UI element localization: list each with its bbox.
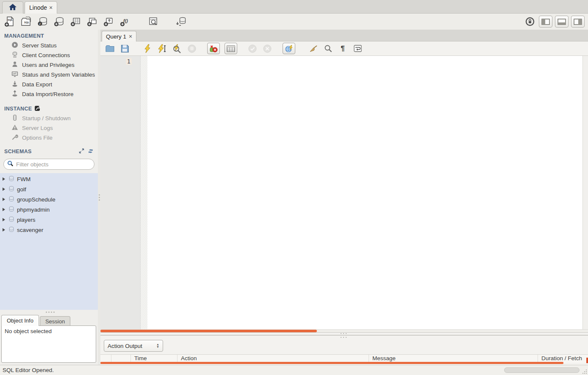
schema-tree[interactable]: FWM golf groupSchedule phpmyadmin player bbox=[0, 173, 98, 310]
schema-row-phpmyadmin[interactable]: phpmyadmin bbox=[0, 204, 98, 215]
statusbar-scrollbar[interactable] bbox=[504, 367, 580, 373]
create-function-icon: f() bbox=[120, 16, 131, 27]
home-icon bbox=[8, 3, 17, 12]
schema-row-scavenger[interactable]: scavenger bbox=[0, 225, 98, 235]
explain-button[interactable] bbox=[172, 44, 182, 54]
resize-grip[interactable] bbox=[581, 368, 587, 374]
svg-text:f(): f() bbox=[123, 18, 128, 23]
sidebar-item-users-privileges[interactable]: Users and Privileges bbox=[0, 60, 98, 70]
main-toolbar-left: SQL SQL i bbox=[0, 15, 188, 28]
tab-query-1[interactable]: Query 1 × bbox=[102, 31, 136, 41]
create-schema-button[interactable] bbox=[53, 15, 66, 28]
status-variables-icon bbox=[11, 71, 18, 79]
tab-object-info[interactable]: Object Info bbox=[1, 315, 39, 326]
editor-output-splitter[interactable] bbox=[100, 333, 588, 339]
toggle-secondary-panel-button[interactable] bbox=[571, 16, 585, 28]
save-icon bbox=[121, 44, 129, 52]
toggle-sidebar-icon bbox=[541, 19, 550, 25]
create-view-button[interactable] bbox=[86, 15, 99, 28]
wrap-text-button[interactable] bbox=[352, 44, 363, 54]
close-tab-icon[interactable]: × bbox=[49, 5, 53, 11]
expand-schemas-icon[interactable] bbox=[79, 148, 84, 155]
schema-row-golf[interactable]: golf bbox=[0, 184, 98, 194]
schema-icon bbox=[8, 186, 14, 193]
output-view-selector[interactable]: Action Output ▲▼ bbox=[104, 340, 163, 352]
sidebar-item-server-logs[interactable]: Server Logs bbox=[0, 123, 98, 133]
search-table-data-button[interactable] bbox=[147, 15, 160, 28]
status-bar: SQL Editor Opened. bbox=[0, 365, 588, 375]
schema-row-groupschedule[interactable]: groupSchedule bbox=[0, 194, 98, 204]
toggle-stop-on-error-button[interactable] bbox=[207, 43, 220, 54]
beautify-button[interactable] bbox=[308, 44, 318, 54]
create-table-button[interactable] bbox=[69, 15, 82, 28]
stop-button[interactable] bbox=[187, 44, 197, 54]
users-privileges-icon bbox=[11, 61, 18, 69]
management-section-header: MANAGEMENT bbox=[0, 31, 98, 41]
sidebar-item-data-export[interactable]: Data Export bbox=[0, 80, 98, 89]
refresh-schemas-icon[interactable] bbox=[88, 148, 94, 155]
stop-on-error-icon bbox=[209, 44, 218, 53]
reconnect-dbms-button[interactable] bbox=[175, 15, 188, 28]
db-inspector-button[interactable]: i bbox=[36, 15, 49, 28]
output-horizontal-scrollbar[interactable] bbox=[100, 362, 563, 364]
expand-arrow-icon[interactable] bbox=[3, 218, 5, 221]
save-script-button[interactable] bbox=[119, 44, 130, 54]
expand-arrow-icon[interactable] bbox=[3, 198, 5, 201]
expand-arrow-icon[interactable] bbox=[3, 228, 5, 232]
server-status-icon bbox=[11, 41, 18, 50]
sidebar-horizontal-splitter[interactable] bbox=[0, 310, 98, 314]
rollback-button[interactable] bbox=[262, 44, 272, 54]
close-query-tab-icon[interactable]: × bbox=[129, 33, 132, 39]
output-vertical-scrollbar[interactable] bbox=[586, 358, 588, 363]
sidebar-item-data-import[interactable]: Data Import/Restore bbox=[0, 89, 98, 99]
schema-row-players[interactable]: players bbox=[0, 215, 98, 225]
open-sql-script-icon: SQL bbox=[21, 16, 32, 27]
expand-arrow-icon[interactable] bbox=[3, 188, 5, 191]
sidebar-item-client-connections[interactable]: Client Connections bbox=[0, 50, 98, 60]
limit-rows-button[interactable] bbox=[225, 43, 237, 54]
open-script-button[interactable] bbox=[105, 44, 115, 54]
open-sql-script-button[interactable]: SQL bbox=[20, 15, 33, 28]
show-invisibles-button[interactable]: ¶ bbox=[338, 44, 348, 54]
toggle-autocommit-button[interactable] bbox=[283, 43, 295, 54]
home-tab[interactable] bbox=[2, 1, 23, 14]
create-table-icon bbox=[70, 16, 81, 27]
new-sql-tab-icon: SQL bbox=[4, 16, 15, 27]
schema-label: golf bbox=[17, 186, 26, 193]
commit-button[interactable] bbox=[247, 44, 258, 54]
create-procedure-button[interactable] bbox=[103, 15, 115, 28]
sidebar-item-server-status[interactable]: Server Status bbox=[0, 41, 98, 50]
schema-filter-input[interactable] bbox=[16, 161, 91, 168]
schemas-section-header: SCHEMAS bbox=[0, 147, 98, 156]
sidebar-item-options-file[interactable]: Options File bbox=[0, 133, 98, 143]
editor-vertical-scrollbar[interactable] bbox=[582, 56, 588, 329]
toggle-output-panel-button[interactable] bbox=[555, 16, 569, 28]
explain-icon bbox=[172, 44, 182, 53]
expand-arrow-icon[interactable] bbox=[3, 208, 5, 211]
wrap-text-icon bbox=[354, 45, 362, 52]
sql-editor-surface[interactable] bbox=[147, 56, 582, 329]
sidebar-item-startup-shutdown[interactable]: Startup / Shutdown bbox=[0, 113, 98, 123]
fold-margin bbox=[141, 56, 147, 329]
connection-tab-linode[interactable]: Linode × bbox=[25, 1, 57, 14]
new-sql-tab-button[interactable]: SQL bbox=[3, 15, 16, 28]
line-number-gutter: 1 bbox=[100, 56, 141, 329]
find-button[interactable] bbox=[323, 44, 333, 54]
lock-status-icon[interactable] bbox=[524, 15, 536, 28]
search-table-data-icon bbox=[148, 16, 159, 27]
show-invisibles-icon: ¶ bbox=[341, 44, 344, 53]
editor-horizontal-scrollbar[interactable] bbox=[100, 329, 588, 333]
tab-session[interactable]: Session bbox=[40, 316, 70, 326]
sidebar-item-label: Options File bbox=[22, 135, 53, 141]
schema-icon bbox=[8, 196, 14, 203]
expand-arrow-icon[interactable] bbox=[3, 177, 5, 181]
execute-current-button[interactable] bbox=[157, 44, 167, 54]
sidebar-item-status-variables[interactable]: Status and System Variables bbox=[0, 70, 98, 80]
svg-text:SQL: SQL bbox=[24, 21, 30, 24]
scrollbar-thumb[interactable] bbox=[100, 330, 317, 332]
commit-check-icon bbox=[248, 44, 257, 53]
toggle-sidebar-panel-button[interactable] bbox=[539, 16, 552, 28]
schema-row-fwm[interactable]: FWM bbox=[0, 174, 98, 184]
execute-button[interactable] bbox=[142, 44, 153, 54]
create-function-button[interactable]: f() bbox=[119, 15, 132, 28]
